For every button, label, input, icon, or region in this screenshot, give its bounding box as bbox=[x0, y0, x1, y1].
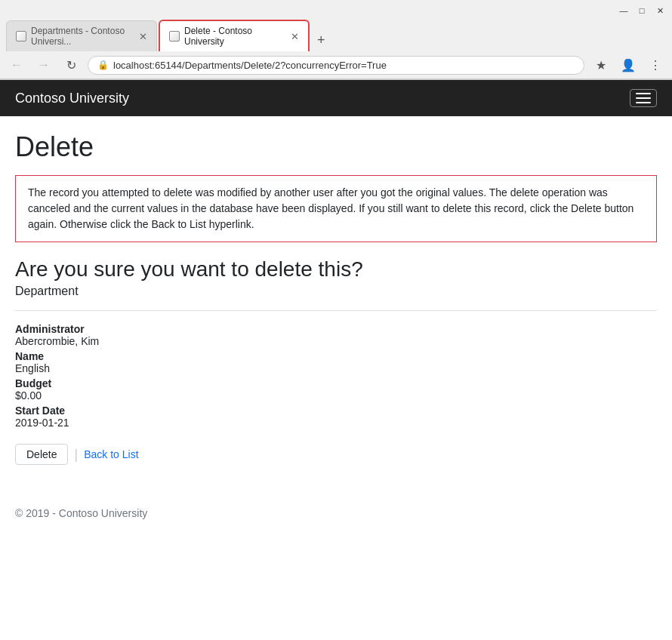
app-brand: Contoso University bbox=[15, 91, 129, 106]
action-row: Delete | Back to List bbox=[15, 444, 657, 465]
address-bar-row: ← → ↻ 🔒 localhost:65144/Departments/Dele… bbox=[0, 51, 672, 79]
value-administrator: Abercrombie, Kim bbox=[15, 335, 657, 347]
warning-box: The record you attempted to delete was m… bbox=[15, 175, 657, 242]
toggle-bar-1 bbox=[636, 93, 651, 94]
toggle-bar-2 bbox=[636, 97, 651, 99]
tab-delete[interactable]: Delete - Contoso University ✕ bbox=[159, 20, 310, 51]
delete-button[interactable]: Delete bbox=[15, 444, 68, 465]
section-label: Department bbox=[15, 285, 657, 298]
tab-departments[interactable]: Departments - Contoso Universi... ✕ bbox=[6, 20, 157, 51]
browser-frame: — □ ✕ Departments - Contoso Universi... … bbox=[0, 0, 672, 80]
back-to-list-link[interactable]: Back to List bbox=[84, 448, 138, 460]
title-bar: — □ ✕ bbox=[0, 0, 672, 17]
page-content: Delete The record you attempted to delet… bbox=[0, 116, 672, 495]
tab-close-delete[interactable]: ✕ bbox=[291, 31, 299, 42]
label-budget: Budget bbox=[15, 377, 657, 389]
label-name: Name bbox=[15, 350, 657, 362]
title-bar-controls: — □ ✕ bbox=[618, 5, 666, 17]
navbar-toggle[interactable] bbox=[630, 89, 657, 107]
page-title: Delete bbox=[15, 131, 657, 163]
new-tab-button[interactable]: + bbox=[311, 29, 331, 51]
lock-icon: 🔒 bbox=[97, 60, 109, 70]
tab-close-departments[interactable]: ✕ bbox=[139, 31, 147, 42]
bookmark-icon[interactable]: ★ bbox=[590, 54, 612, 75]
close-button[interactable]: ✕ bbox=[654, 5, 666, 17]
value-start-date: 2019-01-21 bbox=[15, 417, 657, 429]
browser-menu-icon[interactable]: ⋮ bbox=[645, 54, 666, 75]
action-separator: | bbox=[74, 447, 78, 463]
address-bar[interactable]: 🔒 localhost:65144/Departments/Delete/2?c… bbox=[88, 56, 584, 75]
value-budget: $0.00 bbox=[15, 389, 657, 402]
field-name: Name English bbox=[15, 350, 657, 374]
warning-message: The record you attempted to delete was m… bbox=[28, 186, 633, 230]
address-text: localhost:65144/Departments/Delete/2?con… bbox=[113, 60, 575, 71]
field-budget: Budget $0.00 bbox=[15, 377, 657, 402]
divider bbox=[15, 310, 657, 311]
app-navbar: Contoso University bbox=[0, 80, 672, 116]
tab-label-delete: Delete - Contoso University bbox=[184, 26, 283, 47]
tab-icon-departments bbox=[16, 31, 26, 42]
label-administrator: Administrator bbox=[15, 323, 657, 335]
tab-icon-delete bbox=[169, 31, 180, 42]
restore-button[interactable]: □ bbox=[636, 5, 648, 17]
page-footer: © 2019 - Contoso University bbox=[0, 495, 672, 531]
back-nav-button[interactable]: ← bbox=[6, 54, 27, 75]
toggle-bar-3 bbox=[636, 102, 651, 103]
forward-nav-button[interactable]: → bbox=[33, 54, 54, 75]
user-account-icon[interactable]: 👤 bbox=[618, 54, 639, 75]
footer-text: © 2019 - Contoso University bbox=[15, 507, 147, 519]
field-start-date: Start Date 2019-01-21 bbox=[15, 405, 657, 429]
value-name: English bbox=[15, 362, 657, 374]
confirm-heading: Are you sure you want to delete this? bbox=[15, 257, 657, 282]
tab-label-departments: Departments - Contoso Universi... bbox=[31, 26, 131, 47]
label-start-date: Start Date bbox=[15, 405, 657, 417]
tabs-row: Departments - Contoso Universi... ✕ Dele… bbox=[0, 20, 672, 51]
field-administrator: Administrator Abercrombie, Kim bbox=[15, 323, 657, 347]
minimize-button[interactable]: — bbox=[618, 5, 630, 17]
reload-button[interactable]: ↻ bbox=[60, 54, 82, 75]
